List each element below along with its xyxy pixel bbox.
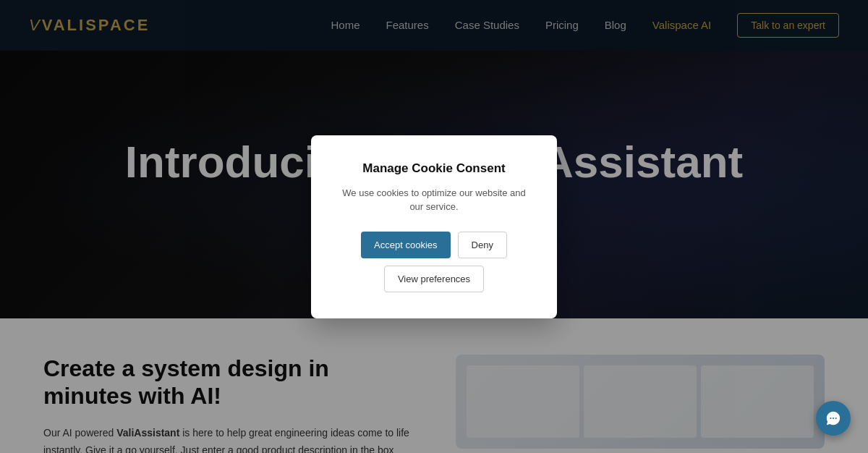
cookie-modal-overlay: Manage Cookie Consent We use cookies to … [0,0,868,453]
cookie-modal-description: We use cookies to optimize our website a… [340,186,528,214]
deny-cookies-button[interactable]: Deny [458,232,507,258]
accept-cookies-button[interactable]: Accept cookies [361,232,450,258]
cookie-modal-title: Manage Cookie Consent [340,161,528,176]
chat-icon [825,410,841,426]
view-preferences-button[interactable]: View preferences [384,266,484,292]
svg-point-1 [833,418,834,419]
cookie-modal-buttons: Accept cookies Deny View preferences [340,232,528,292]
svg-point-0 [830,418,831,419]
cookie-modal: Manage Cookie Consent We use cookies to … [311,135,557,318]
svg-point-2 [835,418,837,419]
chat-widget[interactable] [816,401,851,436]
